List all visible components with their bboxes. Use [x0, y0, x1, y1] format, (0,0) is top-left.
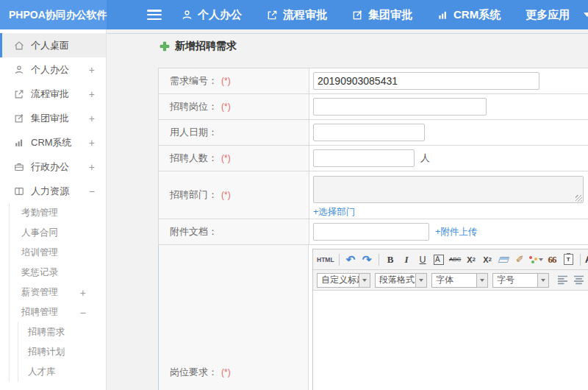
- chevron-down-icon: [541, 279, 545, 282]
- underline-button[interactable]: U: [416, 252, 430, 267]
- row-demand-no: 需求编号： (*): [158, 68, 588, 94]
- select-department-link[interactable]: +选择部门: [313, 206, 355, 219]
- expand-plus-icon[interactable]: +: [89, 88, 95, 100]
- paste-button[interactable]: T: [562, 252, 576, 267]
- home-icon: [14, 40, 24, 51]
- expand-plus-icon[interactable]: +: [89, 113, 95, 124]
- sidebar-item-recruitment[interactable]: 招聘管理 −: [10, 302, 106, 322]
- font-family-select[interactable]: 字体: [431, 273, 488, 288]
- eraser-button[interactable]: [497, 252, 511, 267]
- custom-title-select[interactable]: 自定义标题: [317, 273, 370, 288]
- chevron-down-icon: [539, 258, 543, 261]
- top-bar: PHPOA协同办公软件 个人办公 流程审批 集团审批 CRM系统 更多应用: [0, 0, 588, 29]
- row-headcount: 招聘人数： (*) 人: [158, 146, 588, 171]
- briefcase-icon: [14, 162, 24, 172]
- sidebar-item-personal-office[interactable]: 个人办公 +: [0, 57, 106, 82]
- recruit-demand-form: 需求编号： (*) 招聘岗位： (*) 用人: [158, 68, 588, 390]
- redo-button[interactable]: ↷: [360, 252, 374, 267]
- strikethrough-button[interactable]: ABC: [448, 252, 462, 267]
- font-size-select[interactable]: 字号: [492, 273, 549, 288]
- sidebar-item-recruit-plan[interactable]: 招聘计划: [18, 342, 106, 362]
- sidebar-item-attendance[interactable]: 考勤管理: [10, 203, 106, 223]
- row-attachment: 附件文档： +附件上传: [158, 219, 588, 245]
- italic-button[interactable]: I: [400, 252, 414, 267]
- required-mark: (*): [221, 102, 231, 112]
- page-title: 新增招聘需求: [159, 40, 237, 53]
- color-palette-button[interactable]: [529, 252, 543, 267]
- sidebar-item-talent-pool[interactable]: 人才库: [18, 362, 106, 382]
- sidebar-item-reward[interactable]: 奖惩记录: [10, 263, 106, 283]
- position-input[interactable]: [313, 98, 487, 116]
- edit-icon: [352, 10, 363, 21]
- top-navigation: 个人办公 流程审批 集团审批 CRM系统 更多应用: [182, 0, 588, 29]
- bold-button[interactable]: B: [384, 252, 398, 267]
- field-label: 招聘部门：: [170, 188, 218, 202]
- row-hire-date: 用人日期：: [158, 120, 588, 146]
- boxed-text-button[interactable]: A: [432, 252, 446, 267]
- required-mark: (*): [221, 190, 231, 200]
- chevron-down-icon[interactable]: [584, 13, 588, 17]
- field-label: 需求编号：: [170, 74, 218, 88]
- sidebar-item-contract[interactable]: 人事合同: [10, 223, 106, 243]
- field-label: 岗位要求：: [170, 366, 218, 379]
- expand-plus-icon[interactable]: +: [89, 137, 95, 149]
- book-icon: [14, 186, 24, 196]
- editor-content[interactable]: [313, 291, 588, 390]
- nav-crm[interactable]: CRM系统: [437, 8, 501, 22]
- nav-personal-office[interactable]: 个人办公: [182, 8, 242, 22]
- format-brush-button[interactable]: ✐: [513, 252, 527, 267]
- sidebar-item-workflow-approval[interactable]: 流程审批 +: [0, 82, 106, 106]
- editor-toolbar-top: HTML ↶ ↷ B I U A ABC X2 X2: [313, 249, 588, 270]
- blockquote-button[interactable]: 66: [545, 252, 559, 267]
- paragraph-format-select[interactable]: 段落格式: [375, 273, 427, 288]
- collapse-minus-icon[interactable]: −: [80, 307, 86, 319]
- sidebar-item-admin-office[interactable]: 行政办公 +: [0, 155, 106, 179]
- sidebar-item-salary[interactable]: 薪资管理 +: [10, 283, 106, 302]
- html-source-button[interactable]: HTML: [317, 252, 334, 267]
- process-icon: [14, 89, 24, 99]
- sidebar-item-crm[interactable]: CRM系统 +: [0, 130, 106, 155]
- department-textarea[interactable]: [313, 176, 584, 203]
- sidebar-item-group-approval[interactable]: 集团审批 +: [0, 106, 106, 130]
- sidebar-item-training[interactable]: 培训管理: [10, 243, 106, 263]
- edit-icon: [14, 113, 24, 124]
- hire-date-input[interactable]: [313, 124, 425, 141]
- superscript-button[interactable]: X2: [465, 252, 478, 267]
- field-label: 招聘岗位：: [170, 100, 218, 113]
- sidebar-item-recruit-demand[interactable]: 招聘需求: [18, 322, 106, 342]
- sidebar-item-desktop[interactable]: 个人桌面: [0, 33, 106, 57]
- align-center-button[interactable]: [573, 275, 584, 285]
- chart-icon: [14, 138, 24, 148]
- menu-toggle-icon[interactable]: [147, 10, 162, 20]
- nav-group-approval[interactable]: 集团审批: [352, 8, 412, 22]
- eraser-icon: [498, 257, 509, 263]
- align-left-button[interactable]: [557, 275, 568, 285]
- attachment-input[interactable]: [313, 223, 429, 241]
- field-label: 附件文档：: [170, 225, 218, 238]
- expand-plus-icon[interactable]: +: [80, 287, 86, 299]
- nav-workflow-approval[interactable]: 流程审批: [267, 8, 327, 22]
- required-mark: (*): [221, 76, 231, 86]
- font-color-button[interactable]: A: [585, 252, 588, 267]
- upload-attachment-link[interactable]: +附件上传: [435, 226, 477, 238]
- app-logo: PHPOA协同办公软件: [0, 0, 107, 29]
- nav-more-apps[interactable]: 更多应用: [526, 8, 588, 22]
- chevron-down-icon: [362, 279, 367, 282]
- sidebar-item-hr[interactable]: 人力资源 −: [0, 179, 106, 203]
- add-plus-icon: [159, 41, 170, 52]
- row-department: 招聘部门： (*) +选择部门: [158, 171, 588, 219]
- subscript-button[interactable]: X2: [481, 252, 495, 267]
- editor-toolbar-bottom: 自定义标题 段落格式 字体: [313, 270, 588, 291]
- expand-plus-icon[interactable]: +: [89, 64, 95, 76]
- headcount-input[interactable]: [313, 149, 415, 167]
- main-content: 新增招聘需求 需求编号： (*) 招聘岗位： (*): [107, 29, 588, 390]
- row-requirements: 岗位要求： (*) HTML ↶ ↷ B I U: [158, 245, 588, 390]
- expand-plus-icon[interactable]: +: [89, 161, 95, 173]
- collapse-minus-icon[interactable]: −: [89, 185, 95, 197]
- recruitment-submenu: 招聘需求 招聘计划 人才库: [18, 322, 106, 382]
- required-mark: (*): [221, 367, 231, 377]
- undo-button[interactable]: ↶: [344, 252, 358, 267]
- demand-no-input[interactable]: [313, 72, 539, 90]
- hr-submenu: 考勤管理 人事合同 培训管理 奖惩记录 薪资管理 + 招聘管理 − 招聘需求 招…: [9, 203, 106, 382]
- user-icon: [182, 10, 193, 21]
